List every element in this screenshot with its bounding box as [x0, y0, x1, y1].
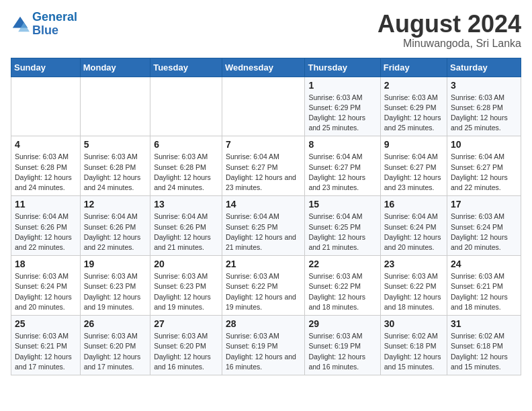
day-number: 25 [15, 318, 77, 329]
day-number: 8 [308, 139, 376, 150]
calendar-table: SundayMondayTuesdayWednesdayThursdayFrid… [11, 58, 521, 375]
day-number: 11 [15, 199, 77, 210]
calendar-cell [80, 77, 150, 136]
day-number: 12 [84, 199, 146, 210]
day-number: 26 [84, 318, 146, 329]
logo-icon [11, 15, 30, 34]
day-number: 28 [226, 318, 302, 329]
day-info: Sunrise: 6:03 AM Sunset: 6:28 PM Dayligh… [15, 152, 77, 193]
day-number: 22 [308, 259, 376, 269]
day-info: Sunrise: 6:04 AM Sunset: 6:26 PM Dayligh… [154, 212, 218, 253]
calendar-cell: 5Sunrise: 6:03 AM Sunset: 6:28 PM Daylig… [80, 136, 150, 196]
calendar-cell [222, 77, 305, 136]
day-number: 19 [84, 259, 146, 269]
day-number: 31 [451, 318, 517, 329]
day-info: Sunrise: 6:03 AM Sunset: 6:29 PM Dayligh… [384, 93, 443, 134]
day-number: 5 [84, 139, 146, 150]
day-info: Sunrise: 6:03 AM Sunset: 6:21 PM Dayligh… [451, 271, 517, 312]
day-info: Sunrise: 6:03 AM Sunset: 6:24 PM Dayligh… [451, 212, 517, 253]
day-number: 16 [384, 199, 443, 210]
column-header-saturday: Saturday [447, 58, 521, 77]
day-info: Sunrise: 6:04 AM Sunset: 6:27 PM Dayligh… [451, 152, 517, 193]
day-number: 18 [15, 259, 77, 269]
day-info: Sunrise: 6:04 AM Sunset: 6:25 PM Dayligh… [308, 212, 376, 253]
day-info: Sunrise: 6:03 AM Sunset: 6:19 PM Dayligh… [308, 331, 376, 372]
day-info: Sunrise: 6:03 AM Sunset: 6:23 PM Dayligh… [154, 271, 218, 312]
calendar-cell: 12Sunrise: 6:04 AM Sunset: 6:26 PM Dayli… [80, 196, 150, 256]
day-number: 13 [154, 199, 218, 210]
calendar-cell: 10Sunrise: 6:04 AM Sunset: 6:27 PM Dayli… [447, 136, 521, 196]
day-info: Sunrise: 6:02 AM Sunset: 6:18 PM Dayligh… [451, 331, 517, 372]
day-info: Sunrise: 6:03 AM Sunset: 6:19 PM Dayligh… [226, 331, 302, 372]
day-number: 23 [384, 259, 443, 269]
day-info: Sunrise: 6:03 AM Sunset: 6:22 PM Dayligh… [308, 271, 376, 312]
calendar-cell: 4Sunrise: 6:03 AM Sunset: 6:28 PM Daylig… [11, 136, 81, 196]
calendar-cell: 1Sunrise: 6:03 AM Sunset: 6:29 PM Daylig… [305, 77, 380, 136]
day-info: Sunrise: 6:04 AM Sunset: 6:27 PM Dayligh… [226, 152, 302, 193]
calendar-cell: 14Sunrise: 6:04 AM Sunset: 6:25 PM Dayli… [222, 196, 305, 256]
day-info: Sunrise: 6:03 AM Sunset: 6:28 PM Dayligh… [451, 93, 517, 134]
calendar-cell: 15Sunrise: 6:04 AM Sunset: 6:25 PM Dayli… [305, 196, 380, 256]
day-info: Sunrise: 6:04 AM Sunset: 6:26 PM Dayligh… [84, 212, 146, 253]
calendar-week-row: 4Sunrise: 6:03 AM Sunset: 6:28 PM Daylig… [11, 136, 521, 196]
page-header: General Blue August 2024 Minuwangoda, Sr… [11, 11, 521, 50]
title-block: August 2024 Minuwangoda, Sri Lanka [378, 11, 521, 50]
calendar-week-row: 11Sunrise: 6:04 AM Sunset: 6:26 PM Dayli… [11, 196, 521, 256]
logo-line1: General [32, 10, 77, 24]
day-number: 9 [384, 139, 443, 150]
day-info: Sunrise: 6:04 AM Sunset: 6:27 PM Dayligh… [308, 152, 376, 193]
day-number: 7 [226, 139, 302, 150]
calendar-cell: 8Sunrise: 6:04 AM Sunset: 6:27 PM Daylig… [305, 136, 380, 196]
day-number: 21 [226, 259, 302, 269]
column-header-wednesday: Wednesday [222, 58, 305, 77]
calendar-cell: 28Sunrise: 6:03 AM Sunset: 6:19 PM Dayli… [222, 316, 305, 375]
column-header-monday: Monday [80, 58, 150, 77]
calendar-cell [11, 77, 81, 136]
calendar-cell: 16Sunrise: 6:04 AM Sunset: 6:24 PM Dayli… [380, 196, 447, 256]
calendar-cell: 7Sunrise: 6:04 AM Sunset: 6:27 PM Daylig… [222, 136, 305, 196]
calendar-cell: 19Sunrise: 6:03 AM Sunset: 6:23 PM Dayli… [80, 256, 150, 316]
day-number: 29 [308, 318, 376, 329]
logo-line2: Blue [32, 24, 58, 37]
logo: General Blue [11, 11, 77, 38]
calendar-cell: 18Sunrise: 6:03 AM Sunset: 6:24 PM Dayli… [11, 256, 81, 316]
location: Minuwangoda, Sri Lanka [378, 38, 521, 50]
day-info: Sunrise: 6:03 AM Sunset: 6:20 PM Dayligh… [84, 331, 146, 372]
calendar-cell: 9Sunrise: 6:04 AM Sunset: 6:27 PM Daylig… [380, 136, 447, 196]
day-info: Sunrise: 6:03 AM Sunset: 6:28 PM Dayligh… [84, 152, 146, 193]
day-info: Sunrise: 6:03 AM Sunset: 6:24 PM Dayligh… [15, 271, 77, 312]
calendar-cell: 24Sunrise: 6:03 AM Sunset: 6:21 PM Dayli… [447, 256, 521, 316]
column-header-thursday: Thursday [305, 58, 380, 77]
day-number: 3 [451, 80, 517, 91]
day-info: Sunrise: 6:03 AM Sunset: 6:21 PM Dayligh… [15, 331, 77, 372]
calendar-cell: 21Sunrise: 6:03 AM Sunset: 6:22 PM Dayli… [222, 256, 305, 316]
calendar-cell: 6Sunrise: 6:03 AM Sunset: 6:28 PM Daylig… [150, 136, 222, 196]
day-info: Sunrise: 6:03 AM Sunset: 6:23 PM Dayligh… [84, 271, 146, 312]
day-number: 15 [308, 199, 376, 210]
day-info: Sunrise: 6:03 AM Sunset: 6:28 PM Dayligh… [154, 152, 218, 193]
calendar-cell: 23Sunrise: 6:03 AM Sunset: 6:22 PM Dayli… [380, 256, 447, 316]
calendar-week-row: 25Sunrise: 6:03 AM Sunset: 6:21 PM Dayli… [11, 316, 521, 375]
day-info: Sunrise: 6:04 AM Sunset: 6:24 PM Dayligh… [384, 212, 443, 253]
calendar-cell: 29Sunrise: 6:03 AM Sunset: 6:19 PM Dayli… [305, 316, 380, 375]
day-info: Sunrise: 6:04 AM Sunset: 6:26 PM Dayligh… [15, 212, 77, 253]
calendar-week-row: 1Sunrise: 6:03 AM Sunset: 6:29 PM Daylig… [11, 77, 521, 136]
calendar-cell: 27Sunrise: 6:03 AM Sunset: 6:20 PM Dayli… [150, 316, 222, 375]
calendar-week-row: 18Sunrise: 6:03 AM Sunset: 6:24 PM Dayli… [11, 256, 521, 316]
calendar-cell: 13Sunrise: 6:04 AM Sunset: 6:26 PM Dayli… [150, 196, 222, 256]
day-number: 30 [384, 318, 443, 329]
day-number: 14 [226, 199, 302, 210]
day-number: 27 [154, 318, 218, 329]
day-number: 17 [451, 199, 517, 210]
day-number: 1 [308, 80, 376, 91]
day-info: Sunrise: 6:03 AM Sunset: 6:29 PM Dayligh… [308, 93, 376, 134]
day-info: Sunrise: 6:03 AM Sunset: 6:22 PM Dayligh… [384, 271, 443, 312]
day-info: Sunrise: 6:02 AM Sunset: 6:18 PM Dayligh… [384, 331, 443, 372]
calendar-cell: 17Sunrise: 6:03 AM Sunset: 6:24 PM Dayli… [447, 196, 521, 256]
calendar-cell: 2Sunrise: 6:03 AM Sunset: 6:29 PM Daylig… [380, 77, 447, 136]
calendar-cell: 30Sunrise: 6:02 AM Sunset: 6:18 PM Dayli… [380, 316, 447, 375]
calendar-cell: 11Sunrise: 6:04 AM Sunset: 6:26 PM Dayli… [11, 196, 81, 256]
day-info: Sunrise: 6:03 AM Sunset: 6:22 PM Dayligh… [226, 271, 302, 312]
day-number: 20 [154, 259, 218, 269]
calendar-header-row: SundayMondayTuesdayWednesdayThursdayFrid… [11, 58, 521, 77]
